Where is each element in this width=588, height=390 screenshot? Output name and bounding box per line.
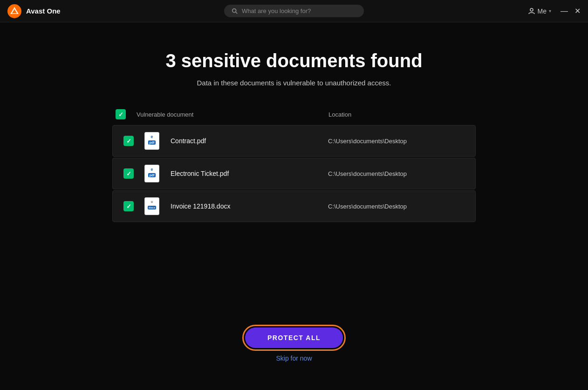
- search-bar[interactable]: What are you looking for?: [224, 5, 364, 17]
- titlebar-right: Me ▾ — ✕: [528, 7, 581, 15]
- minimize-button[interactable]: —: [561, 7, 568, 15]
- search-icon: [232, 8, 238, 14]
- row1-location: C:\Users\documents\Desktop: [328, 138, 468, 145]
- row2-location: C:\Users\documents\Desktop: [328, 170, 468, 177]
- skip-button[interactable]: Skip for now: [276, 355, 312, 362]
- window-controls: — ✕: [561, 7, 581, 15]
- row3-checkbox-col: [120, 201, 137, 211]
- row2-file-icon: e pdf: [144, 165, 159, 182]
- user-icon: [528, 7, 535, 15]
- col-doc-label: Vulnerable document: [137, 111, 193, 118]
- row3-checkbox[interactable]: [123, 201, 134, 211]
- search-placeholder: What are you looking for?: [242, 7, 311, 14]
- select-all-checkbox[interactable]: [116, 109, 126, 119]
- table-row: e pdf Electronic Ticket.pdf C:\Users\doc…: [112, 158, 476, 189]
- svg-point-1: [232, 8, 236, 12]
- main-heading: 3 sensitive documents found: [165, 50, 422, 71]
- row3-filename: Invoice 121918.docx: [171, 202, 321, 210]
- user-label: Me: [538, 7, 547, 15]
- main-subheading: Data in these documents is vulnerable to…: [197, 79, 391, 87]
- row3-location: C:\Users\documents\Desktop: [328, 203, 468, 210]
- col-loc-label: Location: [328, 111, 351, 118]
- svg-line-2: [236, 12, 238, 14]
- col-doc-header: Vulnerable document: [137, 110, 321, 118]
- row2-filename: Electronic Ticket.pdf: [171, 170, 321, 177]
- table-row: ≡ docx Invoice 121918.docx C:\Users\docu…: [112, 190, 476, 222]
- header-checkbox[interactable]: [112, 109, 129, 119]
- titlebar-left: Avast One: [7, 4, 61, 18]
- avast-logo-icon: [7, 4, 21, 18]
- close-button[interactable]: ✕: [574, 7, 581, 15]
- titlebar: Avast One What are you looking for? Me ▾…: [0, 0, 588, 22]
- user-menu[interactable]: Me ▾: [528, 7, 551, 15]
- row1-checkbox-col: [120, 136, 137, 146]
- documents-table: Vulnerable document Location e pdf Contr…: [112, 105, 476, 223]
- app-title: Avast One: [26, 7, 61, 15]
- row3-file-icon: ≡ docx: [144, 197, 159, 215]
- main-content: 3 sensitive documents found Data in thes…: [0, 22, 588, 223]
- row2-checkbox-col: [120, 168, 137, 179]
- protect-all-button[interactable]: PROTECT ALL: [245, 327, 343, 348]
- bottom-section: PROTECT ALL Skip for now: [245, 327, 343, 362]
- row2-checkbox[interactable]: [123, 168, 134, 179]
- row1-checkbox[interactable]: [123, 136, 134, 146]
- svg-point-3: [530, 8, 533, 11]
- row1-filename: Contract.pdf: [171, 137, 321, 145]
- table-header: Vulnerable document Location: [112, 105, 476, 123]
- row1-file-icon: e pdf: [144, 132, 159, 150]
- col-loc-header: Location: [328, 110, 468, 118]
- chevron-down-icon: ▾: [549, 8, 551, 14]
- table-row: e pdf Contract.pdf C:\Users\documents\De…: [112, 125, 476, 157]
